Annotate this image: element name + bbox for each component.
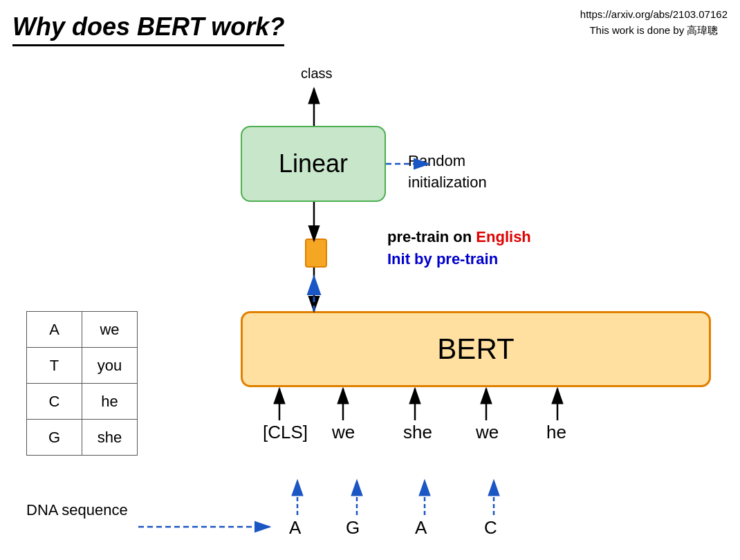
dna-table-cell: you <box>82 348 138 384</box>
arxiv-url: https://arxiv.org/abs/2103.07162 <box>580 7 728 23</box>
dna-token-a2: A <box>415 517 427 539</box>
random-init-text: Random initialization <box>408 151 487 194</box>
token-she: she <box>403 422 432 443</box>
dna-table-cell: G <box>27 420 82 456</box>
pretrain-english-text: pre-train on English <box>387 228 531 246</box>
page-title: Why does BERT work? <box>12 12 284 46</box>
token-he: he <box>546 422 566 443</box>
linear-label: Linear <box>279 149 348 178</box>
dna-table: AweTyouCheGshe <box>26 311 138 456</box>
author-info: This work is done by 高瑋聰 <box>580 23 728 39</box>
dna-token-a1: A <box>289 517 301 539</box>
token-we1: we <box>332 422 355 443</box>
token-we2: we <box>476 422 499 443</box>
arrows-svg <box>0 0 740 560</box>
english-label: English <box>476 228 530 245</box>
dna-table-cell: she <box>82 420 138 456</box>
random-line1: Random <box>408 152 465 169</box>
bert-box: BERT <box>241 311 711 387</box>
class-label: class <box>301 66 333 82</box>
dna-table-cell: A <box>27 312 82 348</box>
random-line2: initialization <box>408 174 487 191</box>
cls-token: [CLS] <box>263 422 308 443</box>
dna-table-cell: C <box>27 384 82 420</box>
dna-table-cell: we <box>82 312 138 348</box>
init-pretrain-text: Init by pre-train <box>387 250 498 268</box>
dna-token-g: G <box>346 517 360 539</box>
linear-box: Linear <box>241 126 386 202</box>
bert-label: BERT <box>437 333 514 366</box>
yellow-block <box>305 239 327 268</box>
dna-sequence-label: DNA sequence <box>26 501 128 519</box>
top-right-info: https://arxiv.org/abs/2103.07162 This wo… <box>580 7 728 38</box>
dna-table-cell: he <box>82 384 138 420</box>
dna-table-cell: T <box>27 348 82 384</box>
dna-token-c: C <box>484 517 497 539</box>
pretrain-label: pre-train on <box>387 228 472 245</box>
